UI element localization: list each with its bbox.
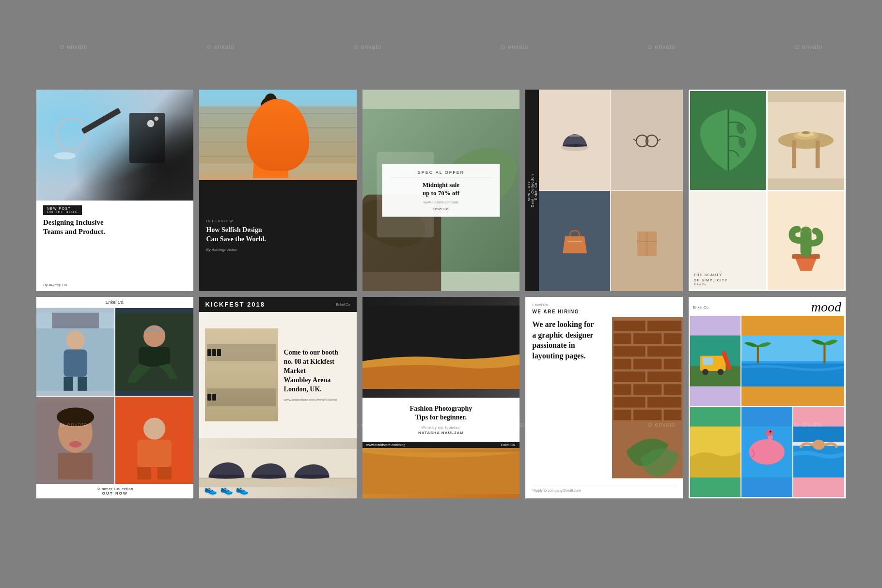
- card-10-cell-sandy: [690, 407, 741, 497]
- svg-rect-86: [647, 371, 681, 382]
- card-8-yellow-wave: [362, 448, 520, 498]
- svg-point-13: [265, 93, 277, 105]
- card-5-cell-table: [768, 91, 844, 190]
- watermark-2: ⊙ envato: [206, 44, 234, 50]
- card-7-shelves: [205, 328, 278, 421]
- card-special-offer[interactable]: SPECIAL OFFER Midnight saleup to 70% off…: [362, 90, 520, 291]
- svg-rect-51: [52, 313, 99, 328]
- card-10-van-svg: [690, 316, 741, 406]
- svg-rect-85: [614, 371, 646, 382]
- card-7-middle: Come to our boothno. 08 at Kickfest Mark…: [199, 312, 356, 438]
- card-6-portrait-svg: [36, 397, 114, 484]
- card-6-col-2: [115, 308, 193, 396]
- card-interview[interactable]: INTERVIEW How Selfish DesignCan Save the…: [199, 90, 356, 291]
- card-beauty[interactable]: THE BEAUTYOF SIMPLICITY Enkel Co.: [689, 90, 846, 291]
- card-summer-collection[interactable]: Enkel Co.: [36, 297, 193, 498]
- svg-rect-98: [703, 357, 713, 365]
- card-4-side-label: 50% - OFFDenim CollectionEnkel Co.: [525, 90, 539, 291]
- card-hiring[interactable]: Enkel Co. WE ARE HIRING We are looking f…: [525, 297, 682, 498]
- card-10-flamingo-svg: [741, 407, 792, 497]
- card-5-brand: Enkel Co.: [694, 283, 763, 286]
- card-kickfest[interactable]: KICKFEST 2018 Enkel Co. Come to: [199, 297, 356, 498]
- svg-rect-23: [569, 135, 581, 137]
- svg-rect-76: [647, 321, 681, 331]
- card-5-beauty-text: THE BEAUTYOF SIMPLICITY: [694, 273, 763, 283]
- card-mood[interactable]: Enkel Co. mood: [689, 297, 846, 498]
- card-blog-post[interactable]: NEW POSTON THE BLOG Designing InclusiveT…: [36, 90, 193, 291]
- card-5-leaf-svg: [690, 91, 767, 190]
- svg-point-5: [154, 116, 158, 121]
- svg-point-4: [147, 120, 155, 127]
- svg-rect-54: [63, 377, 73, 391]
- card-6-brand: Enkel Co.: [36, 297, 193, 308]
- card-6-cta: OUT NOW: [39, 491, 190, 495]
- svg-rect-63: [58, 453, 93, 480]
- svg-rect-79: [663, 333, 681, 344]
- card-6-col-3: [36, 397, 114, 484]
- svg-rect-29: [567, 241, 582, 242]
- card-2-person-svg: [199, 90, 356, 180]
- card-1-content: NEW POSTON THE BLOG Designing InclusiveT…: [36, 201, 193, 291]
- card-2-title: How Selfish DesignCan Save the World.: [206, 226, 349, 244]
- svg-rect-103: [741, 335, 844, 361]
- card-8-wave-svg: [362, 448, 520, 498]
- svg-rect-39: [816, 140, 820, 168]
- watermark-row-top: ⊙ envato ⊙ envato ⊙ envato ⊙ envato ⊙ en…: [0, 44, 882, 50]
- card-7-url: www.brandstore.com/event/kickfest: [284, 398, 351, 402]
- svg-rect-75: [614, 321, 646, 331]
- svg-rect-92: [614, 410, 631, 420]
- card-8-brand-bottom: Enkel Co.: [501, 443, 516, 447]
- card-10-cell-swim: [793, 407, 844, 497]
- card-2-author: By Ashleigh Axios: [206, 248, 349, 252]
- svg-point-42: [802, 131, 810, 134]
- svg-rect-38: [792, 140, 796, 168]
- card-10-sand-svg: [690, 407, 741, 497]
- card-8-content: Fashion PhotographyTips for beginner. Wr…: [362, 398, 520, 442]
- card-8-by: Write by our founder:: [422, 425, 460, 431]
- svg-rect-2: [129, 113, 165, 163]
- watermark-5: ⊙ envato: [647, 44, 675, 50]
- card-3-url: www.ourstore.com/sale: [391, 200, 491, 203]
- svg-rect-66: [137, 439, 172, 466]
- svg-rect-80: [614, 346, 646, 356]
- card-4-product-accent-svg: [632, 227, 662, 256]
- card-1-accessories-svg: [36, 90, 193, 201]
- svg-point-100: [717, 369, 724, 375]
- svg-rect-81: [647, 346, 681, 356]
- card-10-cell-pool: [741, 316, 844, 406]
- svg-point-0: [56, 119, 88, 150]
- card-3-offer-box: SPECIAL OFFER Midnight saleup to 70% off…: [382, 164, 500, 217]
- card-8-image: [362, 297, 520, 398]
- svg-point-52: [66, 331, 85, 350]
- card-6-col-1: [36, 308, 114, 396]
- card-5-table-svg: [768, 91, 844, 190]
- card-10-swim-svg: [793, 407, 844, 497]
- card-7-jar-4: [207, 394, 211, 401]
- card-4-product-1: [539, 90, 610, 190]
- card-8-url: www.brandstore.com/blog: [366, 443, 406, 447]
- card-sale[interactable]: 50% - OFFDenim CollectionEnkel Co.: [525, 90, 682, 291]
- card-1-title: Designing InclusiveTeams and Product.: [43, 218, 187, 237]
- svg-rect-83: [633, 359, 661, 370]
- card-4-product-2: [611, 90, 682, 190]
- svg-rect-91: [647, 397, 681, 408]
- svg-point-65: [143, 418, 165, 439]
- svg-rect-55: [78, 377, 87, 391]
- card-2-label: INTERVIEW: [206, 219, 349, 223]
- card-7-sneakers: [199, 438, 356, 498]
- card-5-cell-cactus: [768, 191, 844, 290]
- card-7-body: Come to our boothno. 08 at Kickfest Mark…: [284, 348, 351, 394]
- svg-rect-94: [663, 410, 681, 420]
- card-7-event-title: KICKFEST 2018: [205, 301, 265, 308]
- card-7-text: Come to our boothno. 08 at Kickfest Mark…: [278, 348, 351, 401]
- card-fashion-tips[interactable]: Fashion PhotographyTips for beginner. Wr…: [362, 297, 520, 498]
- svg-rect-82: [614, 359, 631, 370]
- card-4-products: [539, 90, 682, 291]
- card-7-jar-3: [217, 349, 221, 356]
- card-4-glasses-svg: [632, 125, 662, 155]
- svg-rect-58: [139, 347, 170, 367]
- svg-point-3: [54, 152, 76, 159]
- watermark-4: ⊙ envato: [501, 44, 528, 50]
- card-7-brand: Enkel Co.: [336, 303, 350, 306]
- svg-point-14: [265, 105, 270, 111]
